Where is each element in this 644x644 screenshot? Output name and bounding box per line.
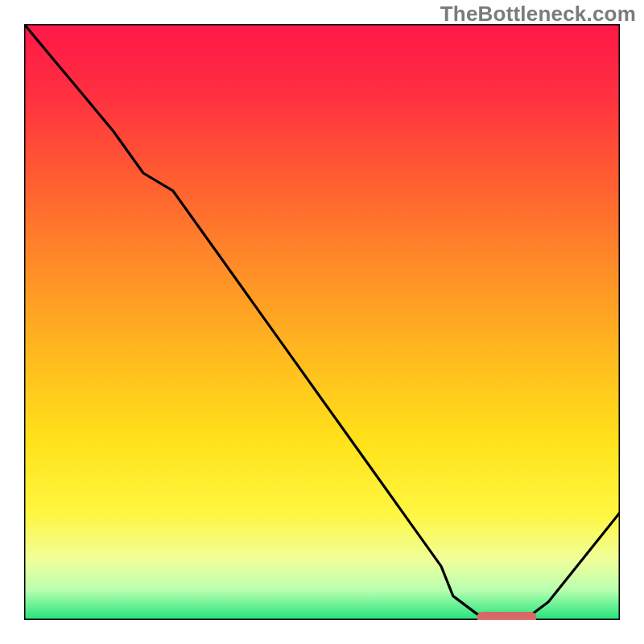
chart-container: TheBottleneck.com	[0, 0, 644, 644]
bottleneck-chart	[24, 24, 620, 620]
watermark-text: TheBottleneck.com	[440, 2, 636, 27]
optimal-range-marker	[477, 612, 536, 620]
gradient-background	[24, 24, 620, 620]
